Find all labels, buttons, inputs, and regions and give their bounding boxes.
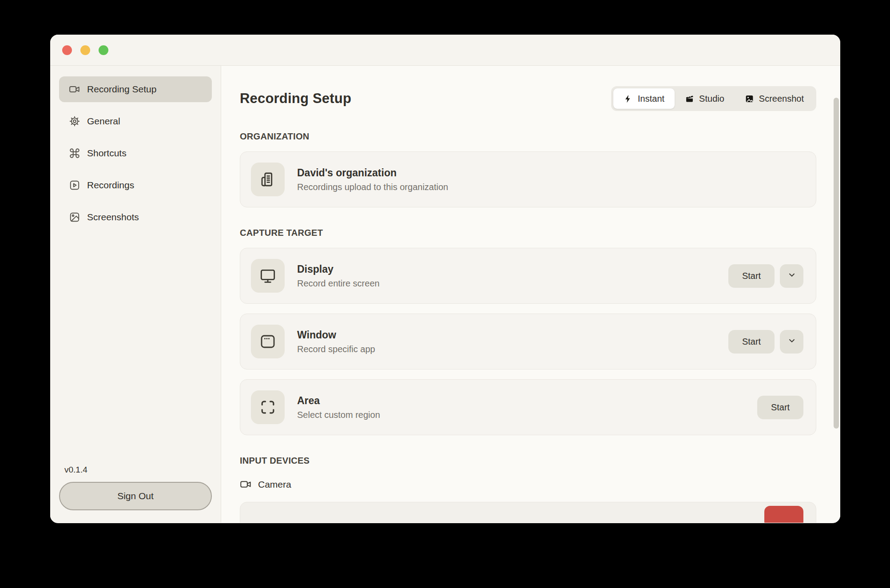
tab-label: Instant [638, 94, 664, 104]
capture-row-text: Display Record entire screen [297, 263, 380, 289]
start-area-button[interactable]: Start [757, 396, 803, 419]
sidebar: Recording Setup General [50, 66, 221, 523]
organization-card-text: David's organization Recordings upload t… [297, 167, 448, 192]
clapperboard-icon [685, 94, 694, 103]
capture-actions: Start [757, 396, 803, 419]
sidebar-item-label: Screenshots [87, 212, 139, 222]
sidebar-spacer [59, 236, 212, 465]
lightning-icon [624, 94, 633, 103]
desktop: { "window": { "traffic_lights": { "close… [0, 0, 890, 588]
camera-label: Camera [258, 479, 291, 490]
scrollbar-thumb[interactable] [834, 98, 839, 429]
tab-label: Studio [699, 94, 724, 104]
sidebar-item-recordings[interactable]: Recordings [59, 172, 212, 198]
camera-off-button[interactable] [764, 506, 803, 523]
capture-title: Area [297, 395, 380, 407]
tab-studio[interactable]: Studio [675, 88, 735, 109]
play-square-icon [69, 179, 80, 191]
tab-label: Screenshot [759, 94, 804, 104]
mode-segmented-control: Instant Studio [611, 86, 816, 111]
capture-title: Window [297, 329, 375, 341]
organization-name: David's organization [297, 167, 448, 179]
sidebar-item-label: Shortcuts [87, 148, 127, 159]
sidebar-item-screenshots[interactable]: Screenshots [59, 204, 212, 230]
capture-subtitle: Record entire screen [297, 278, 380, 289]
screenshot-icon [745, 94, 754, 103]
capture-row-display: Display Record entire screen Start [240, 248, 816, 304]
start-display-button[interactable]: Start [728, 264, 775, 288]
capture-title: Display [297, 263, 380, 275]
capture-row-window: Window Record specific app Start [240, 314, 816, 369]
app-version: v0.1.4 [64, 465, 212, 475]
capture-row-text: Window Record specific app [297, 329, 375, 354]
video-camera-icon [69, 83, 80, 95]
command-icon [69, 147, 80, 159]
capture-actions: Start [728, 330, 803, 354]
sidebar-item-recording-setup[interactable]: Recording Setup [59, 76, 212, 102]
section-label-input-devices: INPUT DEVICES [240, 456, 816, 466]
zoom-button[interactable] [99, 45, 108, 55]
capture-subtitle: Record specific app [297, 344, 375, 354]
minimize-button[interactable] [80, 45, 90, 55]
sidebar-item-label: General [87, 116, 120, 127]
title-bar [50, 35, 840, 66]
start-window-button[interactable]: Start [728, 330, 775, 354]
display-icon [251, 259, 285, 293]
organization-subtitle: Recordings upload to this organization [297, 182, 448, 192]
building-icon [251, 163, 285, 196]
capture-subtitle: Select custom region [297, 410, 380, 420]
camera-row: Camera [240, 478, 816, 490]
page-title: Recording Setup [240, 91, 351, 107]
section-label-capture-target: CAPTURE TARGET [240, 228, 816, 238]
capture-row-text: Area Select custom region [297, 395, 380, 420]
window-options-button[interactable] [780, 330, 803, 354]
sidebar-item-label: Recording Setup [87, 84, 156, 95]
organization-card[interactable]: David's organization Recordings upload t… [240, 151, 816, 207]
tab-instant[interactable]: Instant [613, 88, 675, 109]
window-body: Recording Setup General [50, 66, 840, 523]
area-icon [251, 390, 285, 424]
video-camera-icon [240, 478, 252, 490]
main-header: Recording Setup Instant [240, 86, 816, 111]
gear-icon [69, 115, 80, 127]
tab-screenshot[interactable]: Screenshot [735, 88, 814, 109]
chevron-down-icon [787, 270, 796, 282]
image-icon [69, 211, 80, 223]
sidebar-item-shortcuts[interactable]: Shortcuts [59, 140, 212, 166]
capture-row-area: Area Select custom region Start [240, 379, 816, 435]
main-content: Recording Setup Instant [221, 66, 840, 523]
camera-selector-card[interactable] [240, 502, 816, 523]
display-options-button[interactable] [780, 264, 803, 288]
section-label-organization: ORGANIZATION [240, 131, 816, 142]
close-button[interactable] [62, 45, 72, 55]
sidebar-item-label: Recordings [87, 180, 134, 191]
sign-out-button[interactable]: Sign Out [59, 482, 212, 510]
sidebar-item-general[interactable]: General [59, 108, 212, 134]
capture-actions: Start [728, 264, 803, 288]
chevron-down-icon [787, 336, 796, 347]
app-window: Recording Setup General [50, 35, 840, 523]
window-icon [251, 325, 285, 358]
